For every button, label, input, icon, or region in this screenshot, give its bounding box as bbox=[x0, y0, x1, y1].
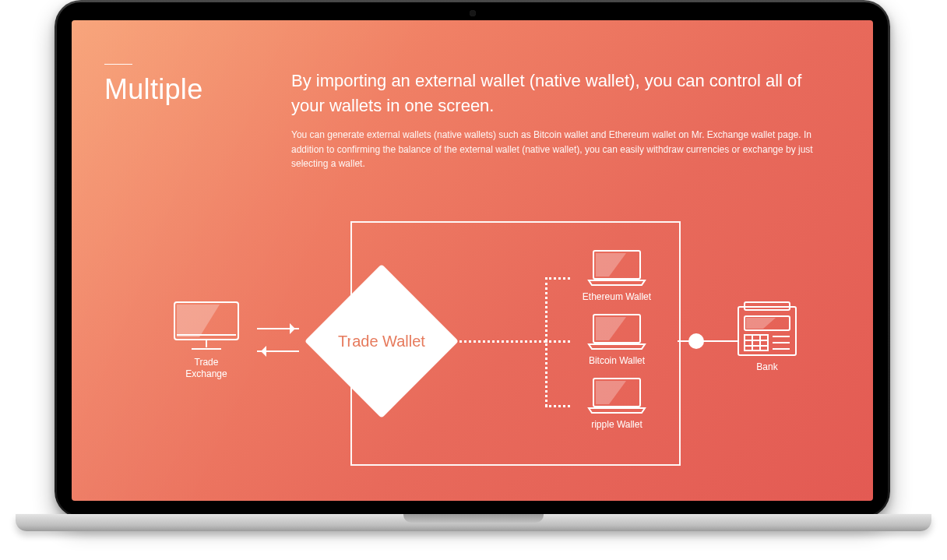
dotted-bracket-vertical bbox=[545, 277, 547, 407]
wallet-label: Ethereum Wallet bbox=[570, 291, 664, 303]
wallet-node-bitcoin: Bitcoin Wallet bbox=[570, 313, 664, 367]
laptop-notch bbox=[403, 514, 544, 523]
lead-text: By importing an external wallet (native … bbox=[291, 69, 817, 118]
svg-rect-0 bbox=[174, 302, 238, 340]
section-title: Multiple bbox=[104, 73, 202, 106]
bank-node: Bank bbox=[734, 301, 801, 373]
bank-connector bbox=[678, 340, 738, 342]
svg-rect-13 bbox=[745, 316, 790, 330]
bank-label: Bank bbox=[734, 361, 801, 373]
svg-marker-10 bbox=[596, 381, 626, 404]
laptop-mockup: Multiple By importing an external wallet… bbox=[0, 0, 947, 560]
svg-marker-1 bbox=[177, 305, 220, 337]
dotted-branch-mid bbox=[545, 340, 570, 343]
laptop-bezel: Multiple By importing an external wallet… bbox=[55, 0, 890, 518]
desktop-monitor-icon bbox=[173, 301, 240, 352]
screen-content: Multiple By importing an external wallet… bbox=[72, 20, 873, 501]
svg-rect-9 bbox=[593, 379, 640, 407]
trade-wallet-label: Trade Wallet bbox=[338, 332, 425, 350]
svg-rect-12 bbox=[745, 302, 790, 310]
body-text: You can generate external wallets (nativ… bbox=[291, 128, 820, 171]
wallet-label: Bitcoin Wallet bbox=[570, 355, 664, 367]
atm-icon bbox=[737, 301, 797, 357]
dotted-branch-bot bbox=[545, 405, 570, 407]
trade-exchange-label: Trade Exchange bbox=[170, 357, 243, 380]
dotted-connector bbox=[440, 340, 546, 343]
svg-marker-14 bbox=[746, 318, 776, 329]
laptop-icon bbox=[587, 313, 646, 350]
arrow-right-icon bbox=[257, 328, 299, 329]
laptop-icon bbox=[587, 249, 646, 287]
trade-wallet-node: Trade Wallet bbox=[305, 264, 459, 418]
svg-rect-15 bbox=[745, 335, 768, 350]
svg-marker-8 bbox=[596, 317, 626, 340]
camera-dot-icon bbox=[470, 10, 476, 16]
wallet-node-ripple: ripple Wallet bbox=[570, 377, 664, 431]
laptop-icon bbox=[587, 377, 646, 414]
wallet-label: ripple Wallet bbox=[570, 419, 664, 431]
title-rule bbox=[104, 64, 132, 65]
arrow-left-icon bbox=[257, 350, 299, 352]
wallet-group-frame bbox=[350, 221, 681, 466]
wallet-node-ethereum: Ethereum Wallet bbox=[570, 249, 664, 303]
svg-rect-5 bbox=[593, 251, 640, 279]
svg-marker-6 bbox=[596, 253, 626, 276]
laptop-base bbox=[16, 514, 931, 531]
svg-rect-11 bbox=[738, 307, 796, 355]
trade-exchange-node: Trade Exchange bbox=[170, 301, 243, 380]
dotted-branch-top bbox=[545, 277, 570, 280]
svg-rect-7 bbox=[593, 315, 640, 343]
